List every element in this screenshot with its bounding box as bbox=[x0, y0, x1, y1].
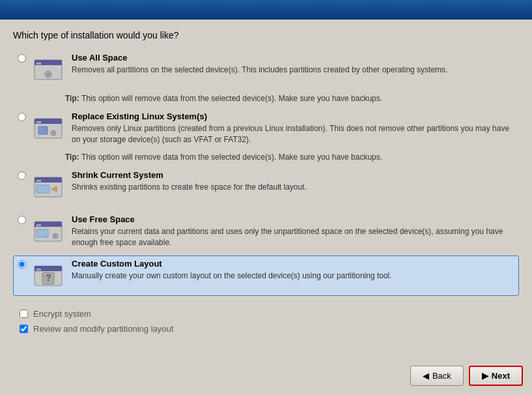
icon-create-custom: os ? bbox=[31, 259, 65, 293]
svg-point-20 bbox=[55, 235, 57, 237]
svg-text:os: os bbox=[36, 120, 42, 124]
option-create-custom-desc: Manually create your own custom layout o… bbox=[72, 271, 514, 282]
option-replace-existing[interactable]: os Replace Existing Linux System(s) Remo… bbox=[13, 108, 519, 149]
option-shrink-current-title: Shrink Current System bbox=[72, 170, 514, 180]
svg-rect-8 bbox=[38, 126, 48, 134]
button-bar: ◀ Back ▶ Next bbox=[410, 366, 523, 386]
svg-point-10 bbox=[53, 132, 55, 134]
review-checkbox[interactable] bbox=[20, 325, 28, 333]
option-replace-existing-title: Replace Existing Linux System(s) bbox=[72, 111, 514, 121]
radio-shrink-current[interactable] bbox=[18, 171, 26, 180]
svg-rect-18 bbox=[36, 229, 48, 237]
radio-create-custom[interactable] bbox=[18, 260, 26, 269]
next-label: Next bbox=[492, 371, 510, 381]
encrypt-checkbox-row[interactable]: Encrypt system bbox=[20, 309, 519, 319]
icon-use-all-space: os bbox=[31, 53, 65, 87]
option-shrink-current-desc: Shrinks existing partitions to create fr… bbox=[72, 182, 514, 193]
option-use-free-space-title: Use Free Space bbox=[72, 214, 514, 224]
review-checkbox-row[interactable]: Review and modify partitioning layout bbox=[20, 324, 519, 334]
option-create-custom[interactable]: os ? Create Custom Layout Manually creat… bbox=[13, 256, 519, 296]
top-bar bbox=[0, 0, 532, 20]
svg-text:os: os bbox=[36, 61, 42, 65]
svg-text:os: os bbox=[36, 223, 42, 227]
back-button[interactable]: ◀ Back bbox=[410, 366, 464, 386]
next-arrow-icon: ▶ bbox=[482, 371, 488, 381]
svg-text:os: os bbox=[36, 267, 42, 271]
radio-use-all-space[interactable] bbox=[18, 54, 26, 63]
tip-replace-existing: Tip: This option will remove data from t… bbox=[13, 153, 519, 162]
installation-question: Which type of installation would you lik… bbox=[13, 30, 519, 40]
radio-replace-existing[interactable] bbox=[18, 113, 26, 121]
option-use-free-space-desc: Retains your current data and partitions… bbox=[72, 226, 514, 248]
option-shrink-current[interactable]: os Shrink Current System Shrinks existin… bbox=[13, 167, 519, 207]
svg-point-4 bbox=[47, 73, 49, 76]
tip-use-all-space: Tip: This option will remove data from t… bbox=[13, 94, 519, 103]
option-replace-existing-desc: Removes only Linux partitions (created f… bbox=[72, 123, 514, 145]
review-label: Review and modify partitioning layout bbox=[33, 324, 173, 334]
icon-use-free-space: os bbox=[31, 214, 65, 248]
option-use-all-space-desc: Removes all partitions on the selected d… bbox=[72, 65, 514, 76]
option-use-all-space[interactable]: os Use All Space Removes all partitions … bbox=[13, 50, 519, 90]
radio-use-free-space[interactable] bbox=[18, 216, 26, 224]
encrypt-checkbox[interactable] bbox=[20, 310, 28, 318]
encrypt-label: Encrypt system bbox=[33, 309, 91, 319]
option-use-all-space-title: Use All Space bbox=[72, 53, 514, 63]
svg-rect-14 bbox=[36, 185, 49, 193]
back-label: Back bbox=[432, 371, 451, 381]
next-button[interactable]: ▶ Next bbox=[469, 366, 523, 386]
option-use-free-space[interactable]: os Use Free Space Retains your current d… bbox=[13, 211, 519, 252]
svg-text:?: ? bbox=[46, 272, 51, 283]
back-arrow-icon: ◀ bbox=[423, 371, 429, 381]
svg-text:os: os bbox=[36, 179, 42, 183]
icon-replace-existing: os bbox=[31, 111, 65, 145]
icon-shrink-current: os bbox=[31, 170, 65, 204]
option-create-custom-title: Create Custom Layout bbox=[72, 259, 514, 269]
